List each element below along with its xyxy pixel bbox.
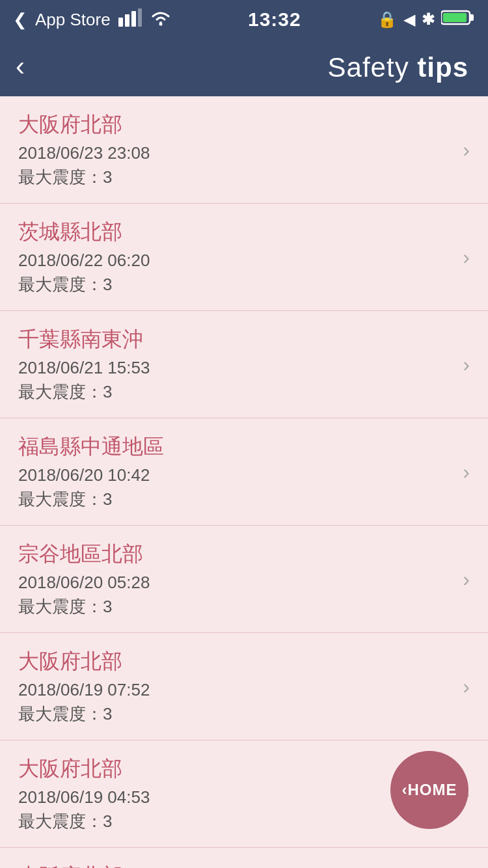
- list-item-content: 大阪府北部 2018/06/19 07:52 最大震度：3: [18, 647, 456, 726]
- list-item-content: 大阪府北部 2018/06/19 00:31 最大震度：4: [18, 862, 456, 868]
- item-magnitude: 最大震度：3: [18, 703, 456, 726]
- list-item-content: 茨城縣北部 2018/06/22 06:20 最大震度：3: [18, 218, 456, 296]
- item-title: 大阪府北部: [18, 755, 456, 783]
- carrier-label: App Store: [35, 10, 111, 30]
- item-title: 大阪府北部: [18, 111, 456, 139]
- list-item-content: 宗谷地區北部 2018/06/20 05:28 最大震度：3: [18, 540, 456, 618]
- list-item[interactable]: 大阪府北部 2018/06/19 00:31 最大震度：4 ›: [0, 848, 488, 868]
- list-item[interactable]: 宗谷地區北部 2018/06/20 05:28 最大震度：3 ›: [0, 526, 488, 633]
- chevron-right-icon: ›: [463, 460, 470, 484]
- back-indicator: ❮: [13, 10, 27, 30]
- item-title: 福島縣中通地區: [18, 433, 456, 461]
- status-right: 🔒 ◀ ✱: [377, 8, 475, 31]
- svg-rect-3: [138, 8, 142, 27]
- item-date: 2018/06/21 15:53: [18, 358, 456, 378]
- svg-rect-7: [443, 13, 467, 22]
- item-date: 2018/06/20 10:42: [18, 465, 456, 485]
- item-magnitude: 最大震度：3: [18, 595, 456, 618]
- battery-icon: [441, 8, 475, 31]
- status-bar: ❮ App Store 13:32 🔒 ◀ ✱: [0, 0, 488, 39]
- item-magnitude: 最大震度：3: [18, 488, 456, 511]
- list-item[interactable]: 茨城縣北部 2018/06/22 06:20 最大震度：3 ›: [0, 204, 488, 311]
- item-date: 2018/06/20 05:28: [18, 573, 456, 593]
- nav-title-safety: Safety: [328, 52, 409, 83]
- item-magnitude: 最大震度：3: [18, 166, 456, 189]
- svg-rect-2: [131, 11, 136, 27]
- chevron-right-icon: ›: [463, 675, 470, 699]
- chevron-right-icon: ›: [463, 138, 470, 162]
- list-item-content: 千葉縣南東沖 2018/06/21 15:53 最大震度：3: [18, 325, 456, 403]
- svg-point-4: [159, 22, 162, 25]
- signal-icon: [118, 8, 142, 31]
- item-title: 茨城縣北部: [18, 218, 456, 247]
- item-magnitude: 最大震度：3: [18, 273, 456, 296]
- earthquake-list: 大阪府北部 2018/06/23 23:08 最大震度：3 › 茨城縣北部 20…: [0, 96, 488, 868]
- nav-bar: ‹ Safety tips: [0, 39, 488, 96]
- nav-title-tips: tips: [417, 52, 468, 83]
- lock-icon: 🔒: [377, 10, 397, 29]
- item-title: 千葉縣南東沖: [18, 325, 456, 354]
- list-item[interactable]: 大阪府北部 2018/06/19 07:52 最大震度：3 ›: [0, 633, 488, 740]
- list-item[interactable]: 千葉縣南東沖 2018/06/21 15:53 最大震度：3 ›: [0, 311, 488, 418]
- chevron-right-icon: ›: [463, 353, 470, 377]
- nav-title: Safety tips: [328, 52, 468, 83]
- item-title: 大阪府北部: [18, 647, 456, 676]
- item-date: 2018/06/22 06:20: [18, 251, 456, 271]
- status-left: ❮ App Store: [13, 8, 172, 31]
- chevron-right-icon: ›: [463, 245, 470, 269]
- list-item-content: 大阪府北部 2018/06/23 23:08 最大震度：3: [18, 111, 456, 189]
- wifi-icon: [150, 8, 172, 31]
- home-button[interactable]: ‹HOME: [390, 751, 468, 829]
- svg-rect-1: [125, 14, 129, 27]
- list-item[interactable]: 大阪府北部 2018/06/23 23:08 最大震度：3 ›: [0, 96, 488, 204]
- item-title: 大阪府北部: [18, 862, 456, 868]
- list-item-content: 福島縣中通地區 2018/06/20 10:42 最大震度：3: [18, 433, 456, 511]
- bluetooth-icon: ✱: [422, 10, 435, 29]
- item-title: 宗谷地區北部: [18, 540, 456, 569]
- svg-rect-6: [470, 14, 474, 21]
- home-button-label: ‹HOME: [402, 781, 457, 799]
- list-item[interactable]: 福島縣中通地區 2018/06/20 10:42 最大震度：3 ›: [0, 418, 488, 526]
- location-icon: ◀: [403, 10, 415, 29]
- item-date: 2018/06/19 07:52: [18, 680, 456, 700]
- back-button[interactable]: ‹: [16, 53, 25, 80]
- item-magnitude: 最大震度：3: [18, 810, 456, 833]
- svg-rect-0: [118, 18, 123, 27]
- status-time: 13:32: [248, 8, 301, 31]
- chevron-right-icon: ›: [463, 567, 470, 591]
- item-magnitude: 最大震度：3: [18, 381, 456, 403]
- item-date: 2018/06/23 23:08: [18, 143, 456, 163]
